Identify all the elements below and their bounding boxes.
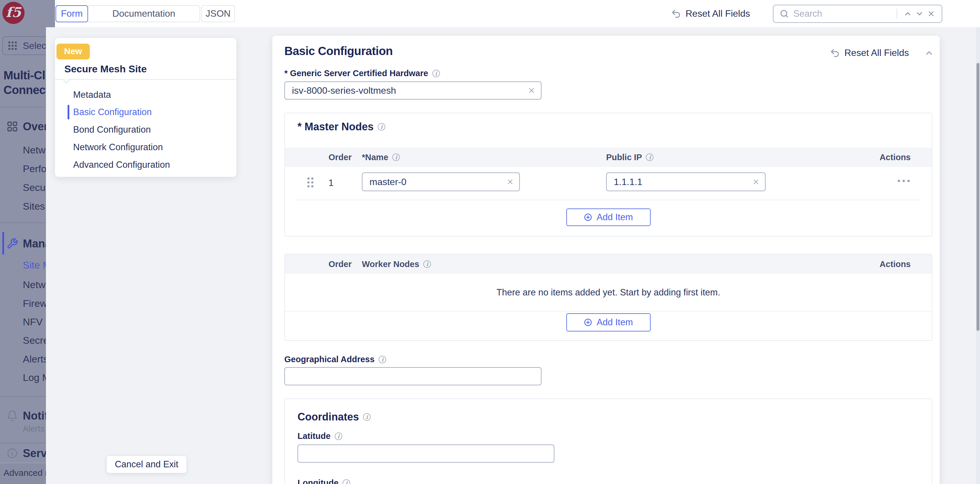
grid-icon bbox=[6, 121, 18, 133]
select-service-button[interactable]: Select bbox=[2, 36, 46, 55]
add-master-node-button[interactable]: Add Item bbox=[566, 208, 651, 226]
undo-icon bbox=[671, 8, 681, 19]
reset-all-fields-button[interactable]: Reset All Fields bbox=[671, 8, 750, 19]
tab-json[interactable]: JSON bbox=[201, 5, 235, 22]
sidebar-item[interactable]: Alerts bbox=[23, 351, 46, 367]
tab-documentation[interactable]: Documentation bbox=[88, 5, 200, 22]
notifications-sublabel: Alerts bbox=[23, 424, 45, 434]
empty-state-text: There are no items added yet. Start by a… bbox=[285, 274, 932, 311]
reset-all-fields-button[interactable]: Reset All Fields bbox=[844, 48, 909, 58]
hardware-field-label: * Generic Server Certified Hardware i bbox=[284, 69, 440, 78]
master-nodes-table-header: Order *Namei Public IPi Actions bbox=[285, 148, 932, 167]
info-icon[interactable]: i bbox=[342, 479, 350, 484]
scrollbar-thumb[interactable] bbox=[977, 63, 979, 331]
sidebar-item-notifications[interactable]: Notif bbox=[0, 407, 46, 424]
info-icon[interactable]: i bbox=[433, 70, 440, 77]
wizard-step-advanced-configuration[interactable]: Advanced Configuration bbox=[55, 157, 236, 173]
app-title: Multi-Cl Connect bbox=[3, 68, 46, 97]
wrench-icon bbox=[6, 238, 18, 249]
select-service-label: Select bbox=[23, 40, 46, 51]
column-worker-nodes: Worker Nodesi bbox=[362, 254, 431, 274]
info-icon[interactable]: i bbox=[392, 153, 400, 161]
clear-icon[interactable] bbox=[527, 86, 536, 94]
drag-handle-icon[interactable] bbox=[305, 177, 315, 188]
wizard-title: Secure Mesh Site bbox=[64, 63, 147, 75]
info-icon[interactable]: i bbox=[378, 123, 385, 131]
column-actions: Actions bbox=[880, 254, 911, 274]
row-actions-menu[interactable] bbox=[897, 176, 912, 186]
geo-address-label: Geographical Address i bbox=[284, 355, 386, 364]
divider bbox=[0, 222, 46, 223]
sidebar-item[interactable]: Firew bbox=[23, 296, 46, 311]
divider bbox=[55, 79, 236, 80]
modal-top-bar: Form Documentation JSON Reset All Fields bbox=[55, 0, 980, 27]
info-icon[interactable]: i bbox=[423, 260, 431, 268]
info-icon[interactable]: i bbox=[335, 433, 342, 440]
row-order: 1 bbox=[329, 178, 334, 188]
column-actions: Actions bbox=[880, 148, 911, 167]
clear-icon[interactable] bbox=[506, 178, 514, 185]
search-prev-button[interactable] bbox=[902, 8, 913, 20]
column-order: Order bbox=[329, 148, 352, 167]
name-input[interactable]: master-0 bbox=[362, 173, 520, 191]
search-box bbox=[773, 5, 942, 23]
sidebar-item-overview[interactable]: Over bbox=[0, 118, 46, 135]
sidebar-item-service[interactable]: Serv bbox=[0, 446, 46, 461]
tab-form[interactable]: Form bbox=[56, 5, 88, 22]
sidebar-bottom-bar: Advanced na bbox=[0, 463, 46, 484]
master-nodes-title: * Master Nodes i bbox=[298, 121, 385, 133]
wizard-step-metadata[interactable]: Metadata bbox=[55, 87, 236, 103]
sidebar-item[interactable]: Secre bbox=[23, 332, 46, 348]
divider bbox=[285, 311, 932, 311]
info-icon[interactable]: i bbox=[363, 413, 371, 421]
add-worker-node-button[interactable]: Add Item bbox=[566, 313, 651, 331]
divider bbox=[0, 443, 46, 443]
geo-address-input[interactable] bbox=[284, 367, 541, 385]
wizard-step-basic-configuration[interactable]: Basic Configuration bbox=[55, 104, 236, 120]
cancel-and-exit-button[interactable]: Cancel and Exit bbox=[106, 455, 187, 473]
sidebar-item[interactable]: Log M bbox=[23, 370, 46, 385]
column-order: Order bbox=[329, 254, 352, 274]
scrollbar-track[interactable] bbox=[976, 27, 980, 484]
hardware-select[interactable]: isv-8000-series-voltmesh bbox=[284, 81, 541, 99]
advanced-nav-label[interactable]: Advanced na bbox=[3, 468, 46, 478]
chevron-up-icon[interactable] bbox=[924, 48, 934, 58]
chevron-down-icon bbox=[915, 10, 924, 18]
sidebar-item[interactable]: Netw bbox=[23, 142, 46, 158]
worker-nodes-card: Order Worker Nodesi Actions There are no… bbox=[284, 254, 932, 341]
overlay-dim-patch bbox=[46, 0, 55, 27]
sidebar-item[interactable]: Sites bbox=[23, 198, 46, 214]
search-clear-button[interactable] bbox=[925, 8, 937, 20]
bell-icon bbox=[6, 410, 18, 422]
search-input[interactable] bbox=[793, 8, 892, 19]
search-next-button[interactable] bbox=[913, 8, 925, 20]
master-nodes-card: * Master Nodes i Order *Namei Public IPi… bbox=[284, 113, 932, 236]
new-badge: New bbox=[56, 44, 90, 59]
sidebar-item[interactable]: Secur bbox=[23, 180, 46, 195]
coordinates-title: Coordinates i bbox=[298, 411, 371, 423]
sidebar-item-site-management[interactable]: Site M bbox=[23, 257, 46, 273]
sidebar-item[interactable]: NFV S bbox=[23, 314, 46, 329]
worker-nodes-table-header: Order Worker Nodesi Actions bbox=[285, 254, 932, 274]
wizard-step-network-configuration[interactable]: Network Configuration bbox=[55, 139, 236, 155]
divider bbox=[897, 9, 897, 19]
undo-icon bbox=[830, 48, 840, 58]
sidebar-item[interactable]: Perfo bbox=[23, 161, 46, 176]
plus-circle-icon bbox=[584, 318, 592, 327]
info-icon[interactable]: i bbox=[379, 356, 386, 363]
sidebar-item-manage[interactable]: Mana bbox=[0, 235, 46, 252]
plus-circle-icon bbox=[584, 213, 592, 222]
wizard-step-bond-configuration[interactable]: Bond Configuration bbox=[55, 121, 236, 138]
latitude-label: Latitude i bbox=[298, 431, 342, 441]
sidebar-item[interactable]: Netw bbox=[23, 277, 46, 292]
view-tabs: Form Documentation JSON bbox=[56, 5, 235, 22]
chevron-up-icon bbox=[904, 10, 912, 18]
section-header-actions: Reset All Fields bbox=[830, 48, 934, 58]
info-circle-icon bbox=[6, 447, 18, 459]
f5-logo-text: f5 bbox=[6, 5, 21, 20]
public-ip-input[interactable]: 1.1.1.1 bbox=[606, 173, 765, 191]
info-icon[interactable]: i bbox=[646, 153, 654, 161]
clear-icon[interactable] bbox=[752, 178, 760, 185]
latitude-input[interactable] bbox=[298, 444, 554, 463]
divider bbox=[296, 200, 921, 200]
